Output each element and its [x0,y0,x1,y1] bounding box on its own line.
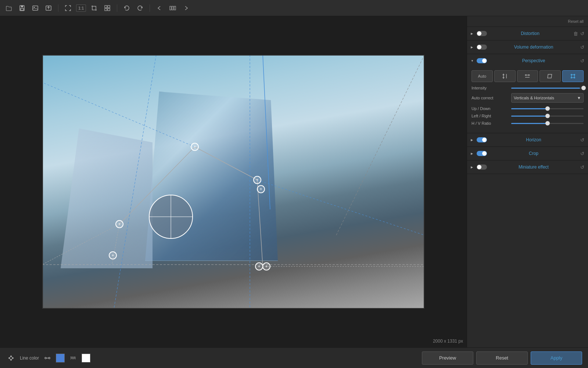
section-miniature: ▶ Miniature effect ↺ [467,160,588,174]
ctrl-point-top[interactable]: + [191,143,199,151]
image-dimensions: 2000 x 1331 px [433,339,463,344]
mode-custom-btn[interactable] [562,70,584,82]
sep2 [117,4,117,12]
bottom-right-area: Preview Reset Apply [422,351,582,365]
svg-line-43 [9,358,11,360]
section-miniature-header[interactable]: ▶ Miniature effect ↺ [467,160,588,174]
hvratio-slider[interactable] [511,123,584,124]
save-icon[interactable] [17,3,27,13]
ctrl-point-left[interactable]: + [115,220,123,228]
grid-icon[interactable] [102,3,112,13]
mode-vertical-btn[interactable] [494,70,516,82]
volume-toggle[interactable] [477,45,487,50]
photo-background: + + + + + + + [42,55,424,309]
ctrl-point-left2[interactable]: + [109,251,117,259]
intensity-fill [511,88,580,89]
leftright-row: Left / Right [472,114,584,118]
section-volume-header[interactable]: ▶ Volume deformation ↺ [467,40,588,54]
crop-toggle[interactable] [477,151,487,156]
reset-all-button[interactable]: Reset all [467,16,588,27]
updown-thumb[interactable] [545,106,550,111]
crop-tool-icon[interactable] [89,3,99,13]
svg-point-45 [49,357,50,359]
perspective-reset-icon[interactable]: ↺ [580,58,584,64]
line-color-swatch-blue[interactable] [56,354,65,362]
bottom-nodes-icon[interactable] [6,353,16,363]
intensity-row: Intensity [472,86,584,90]
section-distortion: ▶ Distortion 🗑 ↺ [467,27,588,40]
perspective-content: Auto [467,67,588,133]
section-horizon-header[interactable]: ▶ Horizon ↺ [467,133,588,146]
hvratio-row: H / V Ratio [472,121,584,125]
distortion-toggle[interactable] [477,31,487,36]
slideshow-icon[interactable] [168,3,178,13]
leftright-thumb[interactable] [545,114,550,118]
svg-rect-30 [548,74,552,78]
perspective-arrow: ▼ [471,59,474,63]
section-distortion-header[interactable]: ▶ Distortion 🗑 ↺ [467,27,588,40]
auto-correct-value: Verticals & Horizontals [514,96,554,100]
updown-slider[interactable] [511,108,584,109]
apply-button[interactable]: Apply [531,351,582,365]
section-perspective-header[interactable]: ▼ Perspective ↺ [467,54,588,67]
svg-rect-8 [105,8,107,11]
mode-free-btn[interactable] [539,70,561,82]
zoom-fit-icon[interactable] [63,3,73,13]
zoom-label[interactable]: 1:1 [76,4,86,12]
next-icon[interactable] [181,3,191,13]
svg-rect-12 [174,6,176,10]
intensity-label: Intensity [472,86,508,90]
perspective-title: Perspective [489,58,578,63]
mode-horizontal-btn[interactable] [517,70,538,82]
volume-reset-icon[interactable]: ↺ [580,45,584,50]
mode-auto-btn[interactable]: Auto [472,70,493,82]
preview-button[interactable]: Preview [422,351,473,365]
perspective-modes-row: Auto [472,70,584,82]
ctrl-point-right[interactable]: + [253,176,261,184]
svg-rect-6 [105,6,107,8]
svg-rect-3 [33,6,38,10]
svg-rect-11 [172,6,173,10]
miniature-reset-icon[interactable]: ↺ [580,164,584,170]
ctrl-point-bottom-right2[interactable]: + [262,262,270,270]
image-container: + + + + + + + [42,55,424,309]
miniature-toggle[interactable] [477,164,487,170]
volume-title: Volume deformation [489,45,578,50]
right-panel: Reset all ▶ Distortion 🗑 ↺ ▶ Volume defo… [467,16,588,347]
svg-rect-2 [21,8,24,10]
magnifier [149,195,193,239]
horizon-reset-icon[interactable]: ↺ [580,137,584,143]
crop-reset-icon[interactable]: ↺ [580,151,584,156]
distortion-reset-icon[interactable]: ↺ [580,31,584,36]
svg-line-22 [257,180,424,235]
auto-correct-select[interactable]: Verticals & Horizontals ▼ [511,93,584,103]
leftright-slider[interactable] [511,116,584,117]
crop-arrow: ▶ [471,152,474,155]
bottom-toolbar: Line color Preview Reset Apply [0,347,588,368]
horizon-toggle[interactable] [477,137,487,142]
reset-button[interactable]: Reset [476,351,528,365]
section-horizon: ▶ Horizon ↺ [467,133,588,147]
leftright-label: Left / Right [472,114,508,118]
ctrl-point-bottom-right[interactable]: + [255,262,263,270]
canvas-area[interactable]: + + + + + + + 2000 x 1331 px [0,16,467,347]
perspective-toggle[interactable] [477,58,487,63]
export-icon[interactable] [43,3,54,13]
line-tool-icon[interactable] [43,353,52,363]
distortion-trash-icon[interactable]: 🗑 [573,31,578,36]
section-crop-header[interactable]: ▶ Crop ↺ [467,147,588,160]
folder-icon[interactable] [4,3,14,13]
ctrl-point-right2[interactable]: + [257,185,265,193]
line-color-label: Line color [20,355,39,361]
intensity-slider[interactable] [511,88,584,89]
line-style-icon[interactable] [68,353,78,363]
svg-line-25 [336,55,424,235]
undo-icon[interactable] [122,3,132,13]
image-icon[interactable] [30,3,40,13]
hvratio-thumb[interactable] [545,121,550,125]
line-color-swatch-white[interactable] [82,354,90,362]
horizon-title: Horizon [489,137,578,142]
intensity-thumb[interactable] [581,86,586,90]
redo-icon[interactable] [135,3,145,13]
prev-icon[interactable] [154,3,165,13]
